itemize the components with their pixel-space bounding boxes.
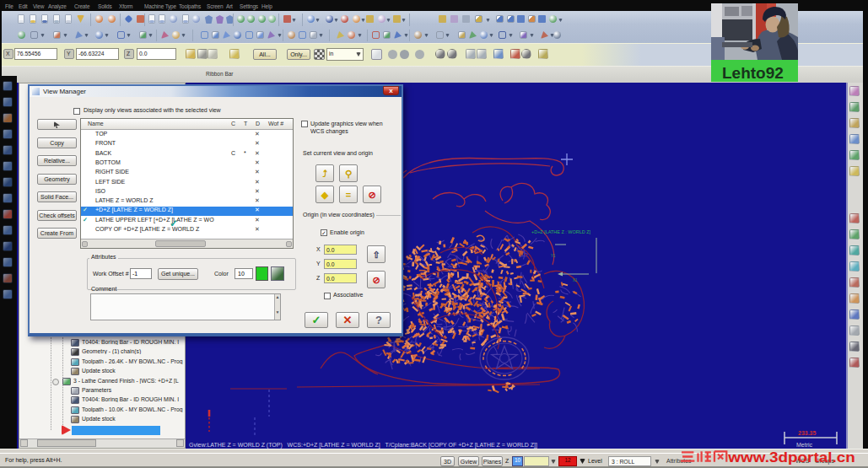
svg-text:Metric: Metric	[796, 442, 813, 448]
svg-text:www.3dportal.cn: www.3dportal.cn	[727, 449, 855, 465]
svg-text:+D+Z [LATHE Z : WORLD Z]: +D+Z [LATHE Z : WORLD Z]	[531, 229, 590, 234]
svg-text:Lehto92: Lehto92	[722, 64, 784, 82]
svg-text:233.35: 233.35	[798, 430, 817, 436]
svg-text:Y1: Y1	[551, 254, 556, 258]
svg-text:Gview:LATHE Z = WORLD Z (TOP): Gview:LATHE Z = WORLD Z (TOP) WCS:+D+Z […	[189, 442, 537, 449]
svg-text:X1: X1	[573, 278, 578, 282]
